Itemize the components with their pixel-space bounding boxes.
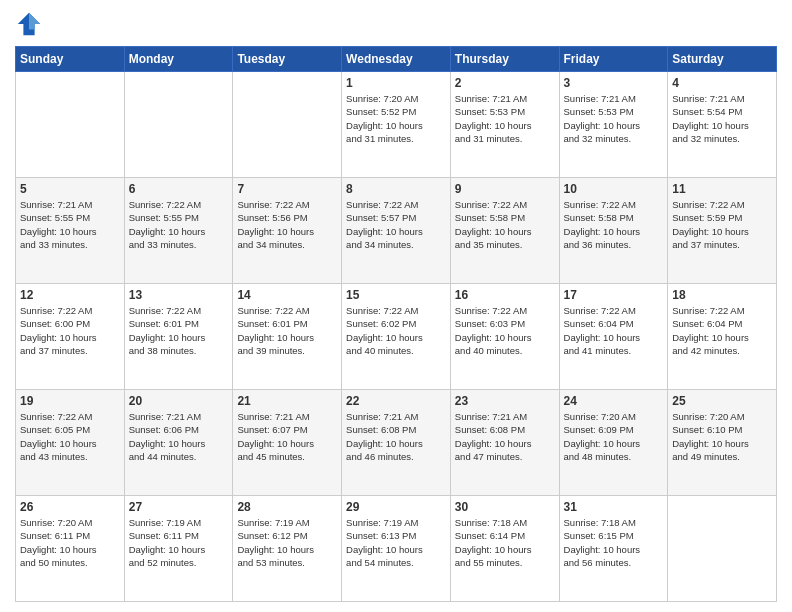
day-info: Sunrise: 7:22 AM Sunset: 6:01 PM Dayligh…: [129, 304, 229, 357]
day-number: 16: [455, 288, 555, 302]
day-info: Sunrise: 7:22 AM Sunset: 6:01 PM Dayligh…: [237, 304, 337, 357]
calendar-day-cell: 21Sunrise: 7:21 AM Sunset: 6:07 PM Dayli…: [233, 390, 342, 496]
calendar-week-row: 5Sunrise: 7:21 AM Sunset: 5:55 PM Daylig…: [16, 178, 777, 284]
calendar-day-header: Thursday: [450, 47, 559, 72]
calendar-week-row: 1Sunrise: 7:20 AM Sunset: 5:52 PM Daylig…: [16, 72, 777, 178]
day-info: Sunrise: 7:22 AM Sunset: 6:04 PM Dayligh…: [564, 304, 664, 357]
calendar-week-row: 26Sunrise: 7:20 AM Sunset: 6:11 PM Dayli…: [16, 496, 777, 602]
calendar-day-cell: 20Sunrise: 7:21 AM Sunset: 6:06 PM Dayli…: [124, 390, 233, 496]
day-number: 27: [129, 500, 229, 514]
calendar-day-cell: 26Sunrise: 7:20 AM Sunset: 6:11 PM Dayli…: [16, 496, 125, 602]
day-info: Sunrise: 7:21 AM Sunset: 5:55 PM Dayligh…: [20, 198, 120, 251]
calendar-day-cell: 23Sunrise: 7:21 AM Sunset: 6:08 PM Dayli…: [450, 390, 559, 496]
day-info: Sunrise: 7:20 AM Sunset: 6:11 PM Dayligh…: [20, 516, 120, 569]
day-number: 3: [564, 76, 664, 90]
calendar-day-cell: 5Sunrise: 7:21 AM Sunset: 5:55 PM Daylig…: [16, 178, 125, 284]
calendar-day-header: Friday: [559, 47, 668, 72]
day-info: Sunrise: 7:19 AM Sunset: 6:11 PM Dayligh…: [129, 516, 229, 569]
calendar-day-cell: 8Sunrise: 7:22 AM Sunset: 5:57 PM Daylig…: [342, 178, 451, 284]
day-info: Sunrise: 7:21 AM Sunset: 5:54 PM Dayligh…: [672, 92, 772, 145]
day-number: 18: [672, 288, 772, 302]
day-number: 8: [346, 182, 446, 196]
calendar-day-cell: 15Sunrise: 7:22 AM Sunset: 6:02 PM Dayli…: [342, 284, 451, 390]
header: [15, 10, 777, 38]
day-number: 11: [672, 182, 772, 196]
calendar-day-cell: [668, 496, 777, 602]
day-number: 4: [672, 76, 772, 90]
calendar-day-cell: 1Sunrise: 7:20 AM Sunset: 5:52 PM Daylig…: [342, 72, 451, 178]
calendar-day-cell: 24Sunrise: 7:20 AM Sunset: 6:09 PM Dayli…: [559, 390, 668, 496]
day-info: Sunrise: 7:22 AM Sunset: 6:02 PM Dayligh…: [346, 304, 446, 357]
day-info: Sunrise: 7:19 AM Sunset: 6:12 PM Dayligh…: [237, 516, 337, 569]
day-info: Sunrise: 7:22 AM Sunset: 5:57 PM Dayligh…: [346, 198, 446, 251]
day-number: 1: [346, 76, 446, 90]
day-info: Sunrise: 7:21 AM Sunset: 5:53 PM Dayligh…: [455, 92, 555, 145]
day-info: Sunrise: 7:21 AM Sunset: 6:07 PM Dayligh…: [237, 410, 337, 463]
day-number: 14: [237, 288, 337, 302]
calendar-day-cell: 30Sunrise: 7:18 AM Sunset: 6:14 PM Dayli…: [450, 496, 559, 602]
calendar-day-header: Wednesday: [342, 47, 451, 72]
calendar-day-cell: 28Sunrise: 7:19 AM Sunset: 6:12 PM Dayli…: [233, 496, 342, 602]
calendar-week-row: 12Sunrise: 7:22 AM Sunset: 6:00 PM Dayli…: [16, 284, 777, 390]
calendar-day-cell: 16Sunrise: 7:22 AM Sunset: 6:03 PM Dayli…: [450, 284, 559, 390]
logo-icon: [15, 10, 43, 38]
calendar-day-cell: 2Sunrise: 7:21 AM Sunset: 5:53 PM Daylig…: [450, 72, 559, 178]
day-info: Sunrise: 7:22 AM Sunset: 6:00 PM Dayligh…: [20, 304, 120, 357]
day-number: 7: [237, 182, 337, 196]
day-number: 15: [346, 288, 446, 302]
day-number: 29: [346, 500, 446, 514]
calendar-day-cell: 22Sunrise: 7:21 AM Sunset: 6:08 PM Dayli…: [342, 390, 451, 496]
calendar-day-cell: 13Sunrise: 7:22 AM Sunset: 6:01 PM Dayli…: [124, 284, 233, 390]
calendar-header-row: SundayMondayTuesdayWednesdayThursdayFrid…: [16, 47, 777, 72]
day-number: 23: [455, 394, 555, 408]
calendar-day-cell: 12Sunrise: 7:22 AM Sunset: 6:00 PM Dayli…: [16, 284, 125, 390]
day-info: Sunrise: 7:20 AM Sunset: 5:52 PM Dayligh…: [346, 92, 446, 145]
calendar-day-cell: 3Sunrise: 7:21 AM Sunset: 5:53 PM Daylig…: [559, 72, 668, 178]
calendar-day-header: Sunday: [16, 47, 125, 72]
day-number: 19: [20, 394, 120, 408]
calendar-week-row: 19Sunrise: 7:22 AM Sunset: 6:05 PM Dayli…: [16, 390, 777, 496]
day-number: 24: [564, 394, 664, 408]
day-info: Sunrise: 7:21 AM Sunset: 6:06 PM Dayligh…: [129, 410, 229, 463]
day-info: Sunrise: 7:20 AM Sunset: 6:09 PM Dayligh…: [564, 410, 664, 463]
day-number: 20: [129, 394, 229, 408]
calendar-day-cell: 4Sunrise: 7:21 AM Sunset: 5:54 PM Daylig…: [668, 72, 777, 178]
day-number: 13: [129, 288, 229, 302]
day-info: Sunrise: 7:20 AM Sunset: 6:10 PM Dayligh…: [672, 410, 772, 463]
calendar-day-cell: [16, 72, 125, 178]
day-info: Sunrise: 7:22 AM Sunset: 5:59 PM Dayligh…: [672, 198, 772, 251]
day-number: 28: [237, 500, 337, 514]
day-info: Sunrise: 7:22 AM Sunset: 6:03 PM Dayligh…: [455, 304, 555, 357]
svg-marker-1: [29, 13, 40, 30]
calendar-day-cell: 14Sunrise: 7:22 AM Sunset: 6:01 PM Dayli…: [233, 284, 342, 390]
calendar-day-cell: 25Sunrise: 7:20 AM Sunset: 6:10 PM Dayli…: [668, 390, 777, 496]
day-number: 2: [455, 76, 555, 90]
day-number: 9: [455, 182, 555, 196]
day-info: Sunrise: 7:21 AM Sunset: 6:08 PM Dayligh…: [455, 410, 555, 463]
day-number: 10: [564, 182, 664, 196]
day-info: Sunrise: 7:21 AM Sunset: 5:53 PM Dayligh…: [564, 92, 664, 145]
day-info: Sunrise: 7:18 AM Sunset: 6:14 PM Dayligh…: [455, 516, 555, 569]
calendar-day-cell: 29Sunrise: 7:19 AM Sunset: 6:13 PM Dayli…: [342, 496, 451, 602]
calendar-day-cell: 19Sunrise: 7:22 AM Sunset: 6:05 PM Dayli…: [16, 390, 125, 496]
calendar-day-header: Monday: [124, 47, 233, 72]
day-info: Sunrise: 7:19 AM Sunset: 6:13 PM Dayligh…: [346, 516, 446, 569]
day-number: 21: [237, 394, 337, 408]
day-number: 22: [346, 394, 446, 408]
day-number: 31: [564, 500, 664, 514]
calendar-day-cell: 9Sunrise: 7:22 AM Sunset: 5:58 PM Daylig…: [450, 178, 559, 284]
day-number: 6: [129, 182, 229, 196]
calendar-table: SundayMondayTuesdayWednesdayThursdayFrid…: [15, 46, 777, 602]
calendar-day-header: Saturday: [668, 47, 777, 72]
day-number: 26: [20, 500, 120, 514]
calendar-day-cell: 27Sunrise: 7:19 AM Sunset: 6:11 PM Dayli…: [124, 496, 233, 602]
day-info: Sunrise: 7:22 AM Sunset: 5:56 PM Dayligh…: [237, 198, 337, 251]
calendar-day-cell: 31Sunrise: 7:18 AM Sunset: 6:15 PM Dayli…: [559, 496, 668, 602]
calendar-day-cell: 7Sunrise: 7:22 AM Sunset: 5:56 PM Daylig…: [233, 178, 342, 284]
day-number: 12: [20, 288, 120, 302]
page: SundayMondayTuesdayWednesdayThursdayFrid…: [0, 0, 792, 612]
day-number: 25: [672, 394, 772, 408]
calendar-day-cell: 10Sunrise: 7:22 AM Sunset: 5:58 PM Dayli…: [559, 178, 668, 284]
day-info: Sunrise: 7:22 AM Sunset: 6:04 PM Dayligh…: [672, 304, 772, 357]
calendar-day-header: Tuesday: [233, 47, 342, 72]
